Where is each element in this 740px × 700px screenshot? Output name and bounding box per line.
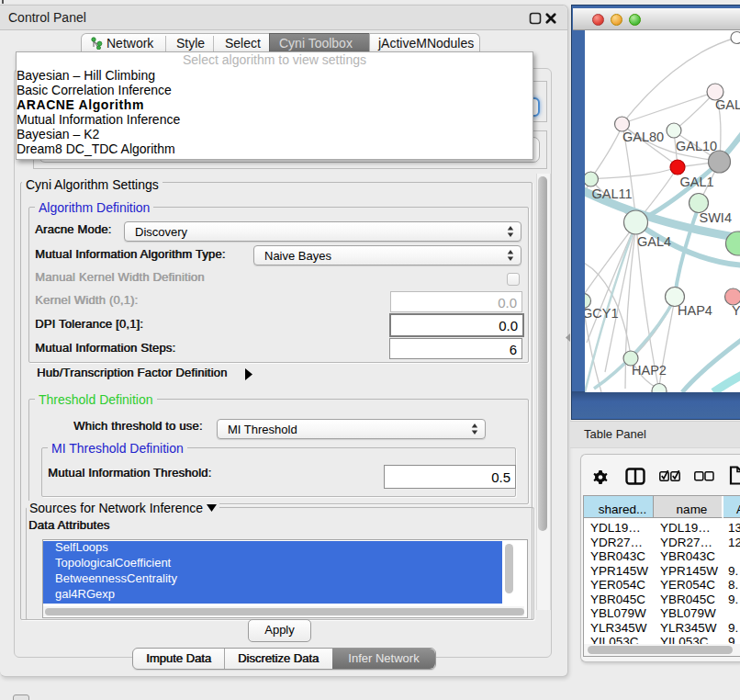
svg-text:GAL11: GAL11 [592,186,633,201]
svg-text:GCY1: GCY1 [585,306,619,321]
svg-text:GAL4: GAL4 [637,234,671,249]
svg-text:GAL7: GAL7 [715,97,740,112]
svg-text:HAP2: HAP2 [632,363,667,378]
svg-text:GAL80: GAL80 [622,130,664,144]
svg-text:SWI4: SWI4 [700,210,732,225]
svg-text:GAL1: GAL1 [680,175,714,189]
svg-text:GAL10: GAL10 [676,139,717,153]
svg-text:HAP4: HAP4 [678,303,712,318]
svg-text:Y: Y [732,303,740,318]
